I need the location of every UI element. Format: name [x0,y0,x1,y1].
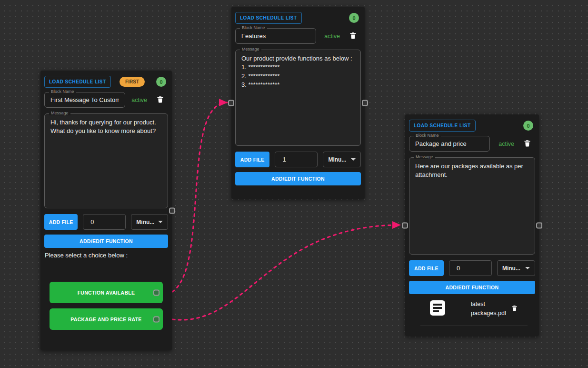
delay-unit-value: Minu... [328,156,346,163]
choice-function-available[interactable]: FUNCTION AVAILABLE [50,282,163,303]
message-textarea[interactable]: Here are our packages available as per a… [415,162,529,180]
block-name-field[interactable]: Block Name [44,92,125,108]
message-label: Message [49,111,70,115]
header-badges: 0 [349,13,359,23]
trash-icon [511,304,518,314]
add-file-button[interactable]: ADD FILE [235,152,269,167]
delay-value-input[interactable] [449,260,492,276]
node-right-handle[interactable] [169,207,175,214]
count-badge: 0 [156,77,166,87]
controls-row: ADD FILE Minu... [44,214,168,230]
delay-unit-value: Minu... [502,265,520,272]
add-edit-function-button[interactable]: ADD/EDIT FUNCTION [235,172,361,185]
delete-block-button[interactable] [349,31,357,41]
header-badges: FIRST 0 [120,77,166,87]
node-features[interactable]: LOAD SCHEDULE LIST 0 Block Name active M… [231,7,365,199]
controls-row: ADD FILE Minu... [409,260,535,276]
block-name-field[interactable]: Block Name [409,136,490,152]
block-name-label: Block Name [240,25,267,30]
message-field[interactable]: Message Here are our packages available … [409,157,535,255]
block-name-row: Block Name active [44,92,168,108]
add-edit-function-button[interactable]: ADD/EDIT FUNCTION [409,281,535,294]
choice-label: FUNCTION AVAILABLE [78,290,135,296]
attachment-divider [420,326,528,326]
message-label: Message [414,154,435,159]
delete-attachment-button[interactable] [511,304,518,314]
trash-icon [523,139,531,149]
add-file-button[interactable]: ADD FILE [409,260,444,276]
delete-block-button[interactable] [156,95,164,105]
load-schedule-list-button[interactable]: LOAD SCHEDULE LIST [235,12,302,24]
chevron-down-icon [525,267,530,269]
delete-block-button[interactable] [523,139,531,149]
chevron-down-icon [351,158,356,161]
trash-icon [156,95,164,105]
delay-unit-value: Minu... [136,219,154,225]
choice-list: FUNCTION AVAILABLE PACKAGE AND PRICE RAT… [44,282,168,330]
node-package-price[interactable]: LOAD SCHEDULE LIST 0 Block Name active M… [405,114,539,336]
node-header: LOAD SCHEDULE LIST 0 [235,12,361,24]
block-name-label: Block Name [49,89,76,94]
message-field[interactable]: Message Hi, thanks for querying for our … [44,113,168,208]
chevron-down-icon [158,221,163,223]
choice-source-handle[interactable] [153,316,159,322]
delay-value-input[interactable] [83,214,126,230]
block-name-input[interactable] [236,29,316,43]
status-badge: active [498,141,514,147]
count-badge: 0 [523,121,533,131]
node-first-message[interactable]: LOAD SCHEDULE LIST FIRST 0 Block Name ac… [40,71,172,350]
message-label: Message [240,47,261,51]
choice-prompt: Please select a choice below : [45,252,168,259]
message-textarea[interactable]: Our product provide functions as below :… [241,54,355,90]
status-badge: active [131,97,147,103]
add-edit-function-button[interactable]: ADD/EDIT FUNCTION [44,235,168,248]
choice-source-handle[interactable] [153,289,159,296]
add-file-button[interactable]: ADD FILE [44,214,78,230]
delay-unit-select[interactable]: Minu... [131,214,168,230]
delay-unit-select[interactable]: Minu... [323,152,361,167]
block-name-field[interactable]: Block Name [235,28,316,44]
block-name-input[interactable] [409,136,489,151]
choice-label: PACKAGE AND PRICE RATE [70,317,141,322]
controls-row: ADD FILE Minu... [235,152,361,167]
load-schedule-list-button[interactable]: LOAD SCHEDULE LIST [44,76,111,88]
message-field[interactable]: Message Our product provide functions as… [235,50,361,146]
node-left-handle[interactable] [228,100,234,106]
delay-unit-select[interactable]: Minu... [497,260,535,276]
block-name-input[interactable] [45,92,125,107]
message-textarea[interactable]: Hi, thanks for querying for our product.… [50,118,162,136]
block-name-row: Block Name active [409,136,535,152]
header-badges: 0 [523,121,533,131]
node-header: LOAD SCHEDULE LIST 0 [409,120,535,132]
status-badge: active [324,33,340,40]
node-left-handle[interactable] [402,222,408,228]
node-right-handle[interactable] [362,100,368,106]
load-schedule-list-button[interactable]: LOAD SCHEDULE LIST [409,120,476,132]
block-name-label: Block Name [414,133,441,138]
node-header: LOAD SCHEDULE LIST FIRST 0 [44,76,168,88]
document-icon [429,300,446,318]
attachment-filename: latest packages.pdf [471,300,506,318]
choice-package-price-rate[interactable]: PACKAGE AND PRICE RATE [50,308,163,330]
block-name-row: Block Name active [235,28,361,44]
count-badge: 0 [349,13,359,23]
delay-value-input[interactable] [275,152,318,167]
trash-icon [349,31,357,41]
node-right-handle[interactable] [536,222,542,228]
attachment-row: latest packages.pdf [409,300,535,318]
first-badge: FIRST [120,77,145,87]
